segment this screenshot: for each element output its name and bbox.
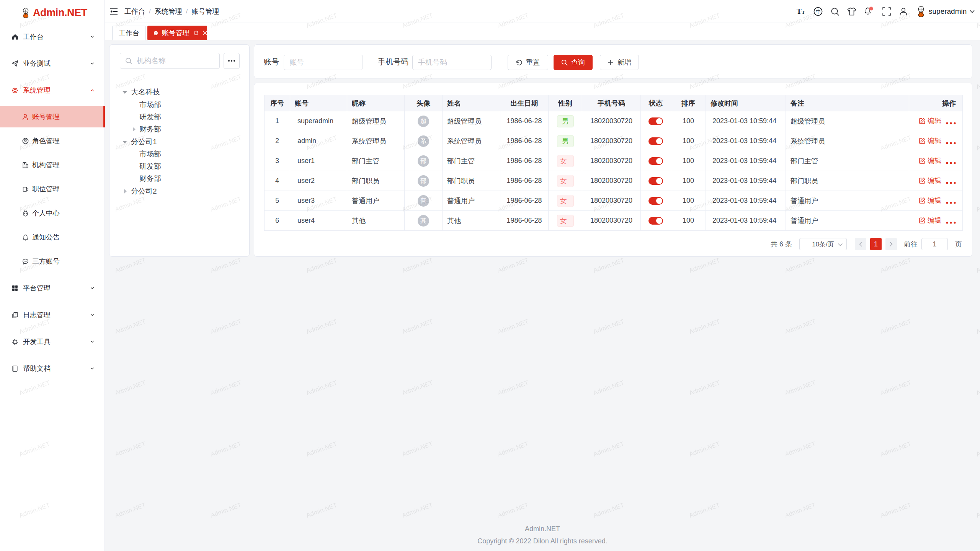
svg-text:T: T [797, 8, 802, 15]
svg-text:中: 中 [816, 9, 821, 15]
svg-text:T: T [802, 9, 805, 15]
